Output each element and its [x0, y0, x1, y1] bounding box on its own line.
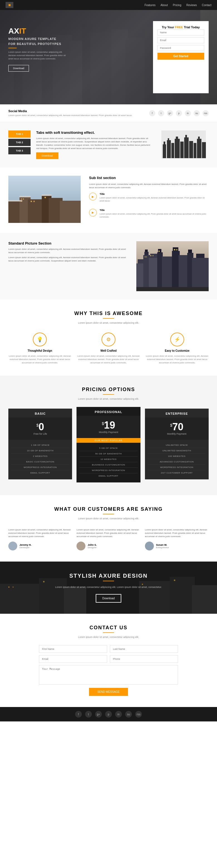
tab-button-3[interactable]: TAB 3: [8, 147, 31, 154]
why-icon-1: 💡: [33, 333, 47, 346]
form-email-input[interactable]: [158, 37, 204, 43]
social-facebook-icon[interactable]: f: [149, 110, 155, 116]
hero-download-button[interactable]: Download: [8, 65, 29, 72]
gear-icon: ⚙: [106, 336, 111, 343]
svg-rect-71: [146, 256, 147, 257]
contact-name-row: [39, 645, 178, 653]
svg-rect-75: [174, 249, 175, 250]
nav-pricing[interactable]: Pricing: [173, 4, 181, 7]
hero-body-text: Lorem ipsum dolor sit amet, consectetur …: [8, 51, 70, 61]
sublist-play-icon-1: ▶: [92, 195, 94, 198]
pricing-feature-ent-2: 100 WEBSITES: [148, 454, 206, 459]
svg-rect-27: [197, 139, 201, 158]
svg-rect-86: [12, 587, 13, 588]
nav-contact[interactable]: Contact: [202, 4, 212, 7]
test-author-2: John S. Designer: [77, 541, 140, 551]
social-gplus-icon[interactable]: g+: [167, 110, 173, 116]
svg-rect-54: [138, 259, 143, 264]
svg-rect-22: [180, 142, 184, 158]
footer-instagram-icon[interactable]: in: [115, 711, 122, 718]
logo-highlight: IT: [19, 27, 26, 35]
test-text-3: Lorem ipsum dolor sit amet, consectetur …: [145, 528, 209, 538]
form-free-label: FREE: [175, 26, 183, 29]
tab-download-button[interactable]: Download: [36, 152, 58, 159]
pricing-currency-basic: $: [36, 423, 39, 428]
contact-form: SEND MESSAGE: [39, 645, 178, 696]
form-name-input[interactable]: [158, 29, 204, 35]
svg-rect-65: [179, 255, 188, 291]
why-card-1: 💡 Thoughtful Design Lorem ipsum dolor si…: [8, 333, 72, 365]
form-password-input[interactable]: [158, 45, 204, 51]
social-rss-icon[interactable]: rss: [202, 110, 209, 116]
svg-rect-16: [164, 142, 165, 144]
nav-reviews[interactable]: Reviews: [186, 4, 197, 7]
social-instagram-icon[interactable]: in: [185, 110, 191, 116]
sublist-item-body-2: Lorem ipsum dolor sit amet, consectetur …: [100, 212, 209, 219]
why-heading: WHY THIS IS AWESOME: [8, 311, 209, 316]
contact-send-button[interactable]: SEND MESSAGE: [89, 688, 128, 696]
pricing-currency-professional: $: [102, 422, 104, 426]
pricing-feature-pro-0: 5 GB OF SPACE: [79, 445, 137, 451]
nav-features[interactable]: Features: [145, 4, 156, 7]
social-heading: Social Media: [8, 110, 149, 113]
why-card-2-text: Lorem ipsum dolor sit amet, consectetur …: [77, 354, 140, 365]
sublist-item-body-1: Lorem ipsum dolor sit amet, consectetur …: [100, 196, 209, 203]
test-cards-group: Lorem ipsum dolor sit amet, consectetur …: [8, 528, 209, 551]
social-stumble-icon[interactable]: su: [194, 110, 200, 116]
social-pinterest-icon[interactable]: p: [176, 110, 182, 116]
contact-firstname-input[interactable]: [39, 645, 107, 653]
why-card-3: ⚡ Easy to Customize Lorem ipsum dolor si…: [145, 333, 209, 365]
svg-rect-76: [176, 249, 178, 250]
pricing-heading: PRICING OPTIONS: [8, 387, 209, 393]
pricing-plan-name-professional: Professional: [79, 410, 137, 413]
tab-body: Lorem ipsum dolor sit amet, consectetur …: [36, 137, 153, 150]
nav-links: Features About Pricing Reviews Contact: [145, 4, 212, 7]
svg-rect-68: [192, 258, 209, 291]
contact-contact-row: [39, 655, 178, 663]
form-submit-button[interactable]: Get Started: [158, 53, 204, 60]
why-card-3-title: Easy to Customize: [145, 349, 209, 352]
contact-email-input[interactable]: [39, 655, 107, 663]
social-twitter-icon[interactable]: t: [158, 110, 164, 116]
footer-gplus-icon[interactable]: g+: [95, 711, 102, 718]
tab-heading: Tabs with soft transitioning effect.: [36, 130, 153, 135]
pricing-amount-enterprise: 70: [172, 421, 183, 432]
tab-button-1[interactable]: TAB 1: [8, 130, 31, 138]
sublist-item-title-1: Title: [100, 193, 209, 195]
sublist-item-text-2: Title Lorem ipsum dolor sit amet, consec…: [100, 209, 209, 222]
svg-rect-50: [33, 201, 35, 202]
footer-twitter-icon[interactable]: t: [85, 711, 92, 718]
hero-content: AXIT Modern Axure Template for Beautiful…: [8, 21, 147, 93]
footer-stumble-icon[interactable]: su: [125, 711, 132, 718]
pricing-feature-basic-0: 1 GB OF SPACE: [11, 442, 69, 448]
test-info-3: Susan W. Entrepreneur: [156, 544, 169, 549]
form-title: Try Your FREE Trial Today: [158, 26, 204, 29]
pricing-period-enterprise: Monthly Payment: [148, 432, 206, 435]
svg-rect-57: [145, 250, 148, 252]
svg-rect-51: [45, 197, 46, 198]
navbar: ▣ Features About Pricing Reviews Contact: [0, 0, 217, 10]
svg-rect-72: [150, 255, 151, 256]
contact-heading: CONTACT US: [8, 625, 209, 631]
test-avatar-2: [77, 541, 85, 551]
test-name-1: Jeremy H.: [20, 544, 31, 546]
footer-facebook-icon[interactable]: f: [75, 711, 82, 718]
contact-phone-input[interactable]: [110, 655, 178, 663]
lightbulb-icon: 💡: [37, 336, 43, 343]
test-role-2: Designer: [88, 546, 97, 549]
contact-section: CONTACT US Lorem ipsum dolor sit amet, c…: [0, 614, 217, 707]
tab-button-2[interactable]: TAB 2: [8, 139, 31, 146]
footer-rss-icon[interactable]: rss: [135, 711, 142, 718]
pricing-price-basic: $0 Free for Life: [8, 417, 72, 440]
svg-rect-43: [8, 200, 22, 202]
nav-about[interactable]: About: [161, 4, 168, 7]
contact-message-textarea[interactable]: [39, 665, 178, 684]
footer-pinterest-icon[interactable]: p: [105, 711, 112, 718]
test-info-2: John S. Designer: [88, 544, 97, 549]
pricing-header-enterprise: Enterprise: [145, 409, 209, 417]
cta-download-button[interactable]: Download: [96, 594, 121, 602]
pricing-amount-basic: 0: [39, 421, 44, 432]
contact-lastname-input[interactable]: [110, 645, 178, 653]
test-author-3: Susan W. Entrepreneur: [145, 541, 209, 551]
svg-rect-26: [194, 143, 196, 158]
